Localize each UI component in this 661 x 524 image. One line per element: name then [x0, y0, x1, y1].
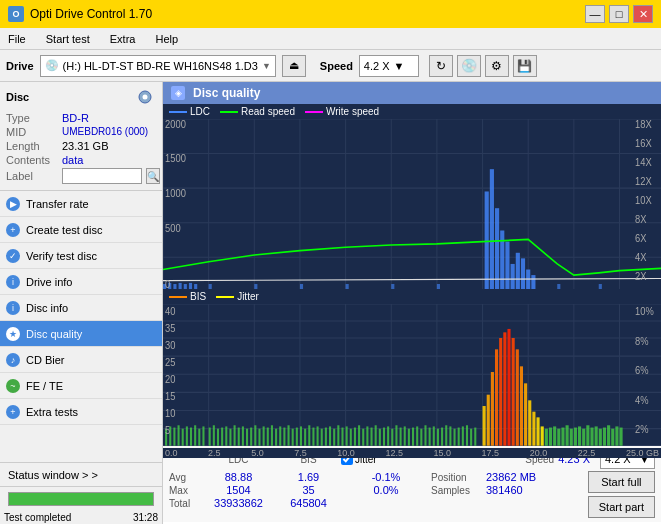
legend-ldc: LDC [169, 106, 210, 117]
bottom-chart-legend: BIS Jitter [163, 289, 661, 304]
svg-rect-133 [391, 429, 393, 446]
svg-rect-155 [487, 395, 490, 446]
start-full-button[interactable]: Start full [588, 471, 655, 493]
svg-text:2%: 2% [635, 424, 649, 435]
speed-dropdown-arrow: ▼ [394, 60, 405, 72]
nav-disc-info[interactable]: i Disc info [0, 295, 162, 321]
disc-info-icon: i [6, 301, 20, 315]
avg-jitter: -0.1% [341, 471, 431, 483]
nav-disc-quality-label: Disc quality [26, 328, 82, 340]
mid-label: MID [6, 126, 58, 138]
speed-value: 4.2 X [364, 60, 390, 72]
svg-text:4%: 4% [635, 394, 649, 405]
status-window-button[interactable]: Status window > > [0, 463, 162, 487]
svg-rect-179 [586, 425, 589, 445]
svg-rect-107 [283, 428, 285, 446]
svg-rect-162 [516, 349, 519, 445]
svg-rect-2 [163, 119, 661, 292]
samples-label: Samples [431, 485, 486, 496]
disc-settings-icon[interactable] [134, 86, 156, 108]
drive-label: Drive [6, 60, 34, 72]
close-button[interactable]: ✕ [633, 5, 653, 23]
eject-button[interactable]: ⏏ [282, 55, 306, 77]
nav-disc-quality[interactable]: ★ Disc quality [0, 321, 162, 347]
max-bis: 35 [276, 484, 341, 496]
svg-text:30: 30 [165, 340, 176, 351]
nav-create-test-label: Create test disc [26, 224, 102, 236]
svg-rect-120 [337, 425, 339, 445]
svg-rect-92 [221, 428, 223, 446]
nav-verify-test-disc[interactable]: ✓ Verify test disc [0, 243, 162, 269]
svg-rect-31 [505, 242, 509, 292]
svg-rect-163 [520, 366, 523, 445]
svg-rect-81 [173, 428, 175, 446]
nav-create-test-disc[interactable]: + Create test disc [0, 217, 162, 243]
nav-extra-tests[interactable]: + Extra tests [0, 399, 162, 425]
verify-test-icon: ✓ [6, 249, 20, 263]
svg-text:20: 20 [165, 374, 176, 385]
svg-rect-166 [532, 412, 535, 446]
svg-rect-167 [537, 417, 540, 445]
nav-extra-tests-label: Extra tests [26, 406, 78, 418]
total-ldc: 33933862 [201, 497, 276, 509]
svg-rect-130 [379, 429, 381, 446]
svg-rect-127 [366, 426, 368, 445]
menu-file[interactable]: File [4, 31, 30, 47]
svg-text:14X: 14X [635, 157, 652, 168]
type-label: Type [6, 112, 58, 124]
svg-rect-145 [441, 428, 443, 446]
svg-rect-116 [321, 429, 323, 446]
maximize-button[interactable]: □ [609, 5, 629, 23]
drive-selector[interactable]: 💿 (H:) HL-DT-ST BD-RE WH16NS48 1.D3 ▼ [40, 55, 276, 77]
save-button[interactable]: 💾 [513, 55, 537, 77]
svg-rect-135 [400, 428, 402, 446]
transfer-rate-icon: ▶ [6, 197, 20, 211]
bis-legend-color [169, 296, 187, 298]
main-content: Disc Type BD-R MID UMEBDR016 (000) Lengt… [0, 82, 661, 524]
start-part-button[interactable]: Start part [588, 496, 655, 518]
chart-title: Disc quality [193, 86, 260, 100]
svg-rect-84 [186, 426, 188, 445]
read-speed-legend-color [220, 111, 238, 113]
svg-rect-115 [317, 426, 319, 445]
ldc-legend-color [169, 111, 187, 113]
svg-rect-125 [358, 425, 360, 445]
disc-icon-button[interactable]: 💿 [457, 55, 481, 77]
top-chart-legend: LDC Read speed Write speed [163, 104, 661, 119]
menu-start-test[interactable]: Start test [42, 31, 94, 47]
menu-help[interactable]: Help [151, 31, 182, 47]
svg-rect-108 [288, 425, 290, 445]
max-ldc: 1504 [201, 484, 276, 496]
nav-fe-te[interactable]: ~ FE / TE [0, 373, 162, 399]
status-section: Status window > > Test completed 31:28 [0, 462, 162, 524]
minimize-button[interactable]: — [585, 5, 605, 23]
svg-rect-152 [470, 429, 472, 446]
svg-rect-174 [566, 425, 569, 445]
label-input[interactable] [62, 168, 142, 184]
status-text: Test completed [4, 512, 71, 523]
svg-rect-89 [209, 428, 211, 446]
svg-rect-157 [495, 349, 498, 445]
chart-header-icon: ◈ [171, 86, 185, 100]
bottom-chart-area: 40 35 30 25 20 15 10 5 10% 8% 6% 4% 2% [163, 304, 661, 446]
nav-cd-bier[interactable]: ♪ CD Bier [0, 347, 162, 373]
svg-text:8X: 8X [635, 213, 647, 224]
svg-rect-183 [603, 428, 606, 446]
create-test-icon: + [6, 223, 20, 237]
refresh-button[interactable]: ↻ [429, 55, 453, 77]
svg-text:8%: 8% [635, 335, 649, 346]
label-label: Label [6, 170, 58, 182]
svg-rect-181 [595, 426, 598, 445]
svg-rect-111 [300, 426, 302, 445]
speed-selector[interactable]: 4.2 X ▼ [359, 55, 419, 77]
label-search-icon[interactable]: 🔍 [146, 168, 160, 184]
menu-extra[interactable]: Extra [106, 31, 140, 47]
svg-rect-182 [599, 429, 602, 446]
nav-drive-info[interactable]: i Drive info [0, 269, 162, 295]
svg-rect-185 [611, 429, 614, 446]
svg-rect-131 [383, 428, 385, 446]
svg-rect-168 [541, 426, 544, 445]
svg-rect-153 [474, 428, 476, 446]
nav-transfer-rate[interactable]: ▶ Transfer rate [0, 191, 162, 217]
settings-icon-button[interactable]: ⚙ [485, 55, 509, 77]
